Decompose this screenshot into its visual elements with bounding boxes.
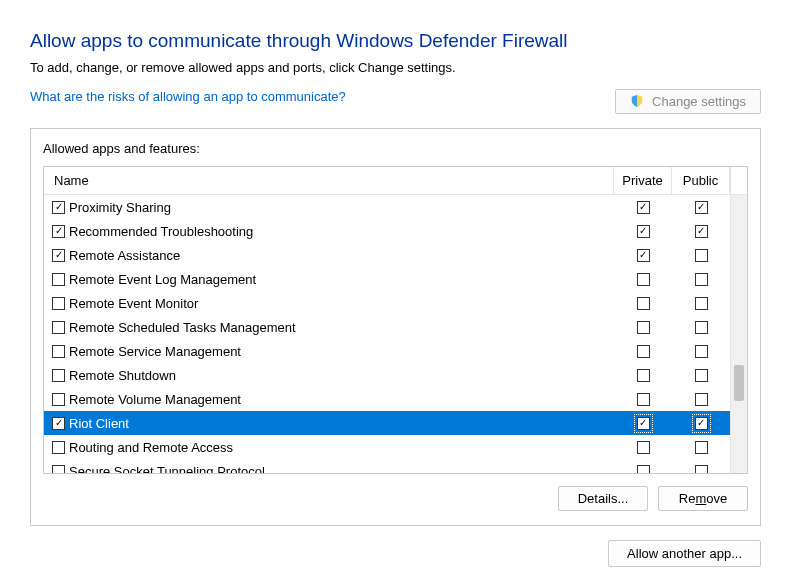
checkbox[interactable] [695,441,708,454]
table-row[interactable]: Remote Scheduled Tasks Management [44,315,730,339]
checkbox[interactable] [695,249,708,262]
scroll-header-spacer [730,167,747,194]
checkbox[interactable] [52,345,65,358]
shield-icon [630,94,644,108]
row-name: Remote Assistance [69,248,180,263]
checkbox[interactable] [695,369,708,382]
table-row[interactable]: Remote Shutdown [44,363,730,387]
row-name: Proximity Sharing [69,200,171,215]
list-body: ✓Proximity Sharing✓✓✓Recommended Trouble… [44,195,730,473]
apps-list[interactable]: Name Private Public ✓Proximity Sharing✓✓… [43,166,748,474]
checkbox[interactable] [637,465,650,474]
checkbox[interactable] [52,273,65,286]
remove-button[interactable]: Remove [658,486,748,511]
row-name: Remote Event Monitor [69,296,198,311]
table-row[interactable]: Remote Service Management [44,339,730,363]
checkbox[interactable] [695,297,708,310]
col-header-private[interactable]: Private [614,167,672,194]
checkbox[interactable] [637,273,650,286]
row-name: Remote Scheduled Tasks Management [69,320,296,335]
table-row[interactable]: ✓Recommended Troubleshooting✓✓ [44,219,730,243]
checkbox[interactable] [637,441,650,454]
checkbox[interactable] [695,321,708,334]
row-name: Remote Event Log Management [69,272,256,287]
allowed-apps-panel: Allowed apps and features: Name Private … [30,128,761,526]
table-row[interactable]: Remote Event Log Management [44,267,730,291]
checkbox[interactable]: ✓ [695,417,708,430]
checkbox[interactable] [695,393,708,406]
checkbox[interactable] [52,297,65,310]
checkbox[interactable]: ✓ [637,249,650,262]
row-name: Secure Socket Tunneling Protocol [69,464,265,474]
checkbox[interactable] [52,465,65,474]
row-name: Recommended Troubleshooting [69,224,253,239]
checkbox[interactable] [52,441,65,454]
page-heading: Allow apps to communicate through Window… [30,30,761,52]
checkbox[interactable] [695,273,708,286]
checkbox[interactable] [52,393,65,406]
change-settings-button: Change settings [615,89,761,114]
scrollbar-thumb[interactable] [734,365,744,401]
checkbox[interactable]: ✓ [52,417,65,430]
page-subtext: To add, change, or remove allowed apps a… [30,60,761,75]
checkbox[interactable]: ✓ [637,225,650,238]
panel-label: Allowed apps and features: [43,141,748,156]
row-name: Remote Service Management [69,344,241,359]
row-name: Routing and Remote Access [69,440,233,455]
table-row[interactable]: ✓Remote Assistance✓ [44,243,730,267]
checkbox[interactable] [52,321,65,334]
row-name: Riot Client [69,416,129,431]
details-button[interactable]: Details... [558,486,648,511]
checkbox[interactable]: ✓ [637,201,650,214]
checkbox[interactable] [637,297,650,310]
checkbox[interactable]: ✓ [52,225,65,238]
table-row[interactable]: Secure Socket Tunneling Protocol [44,459,730,473]
checkbox[interactable] [637,321,650,334]
scrollbar[interactable] [730,195,747,473]
row-name: Remote Volume Management [69,392,241,407]
checkbox[interactable] [695,345,708,358]
table-row[interactable]: ✓Riot Client✓✓ [44,411,730,435]
row-name: Remote Shutdown [69,368,176,383]
checkbox[interactable] [637,345,650,358]
change-settings-label: Change settings [652,94,746,109]
allow-another-app-button[interactable]: Allow another app... [608,540,761,567]
table-row[interactable]: Routing and Remote Access [44,435,730,459]
list-header: Name Private Public [44,167,747,195]
checkbox[interactable]: ✓ [637,417,650,430]
checkbox[interactable]: ✓ [52,249,65,262]
checkbox[interactable] [695,465,708,474]
table-row[interactable]: Remote Event Monitor [44,291,730,315]
checkbox[interactable]: ✓ [695,201,708,214]
checkbox[interactable] [637,369,650,382]
table-row[interactable]: ✓Proximity Sharing✓✓ [44,195,730,219]
checkbox[interactable]: ✓ [695,225,708,238]
table-row[interactable]: Remote Volume Management [44,387,730,411]
checkbox[interactable]: ✓ [52,201,65,214]
checkbox[interactable] [637,393,650,406]
checkbox[interactable] [52,369,65,382]
col-header-name[interactable]: Name [44,167,614,194]
risks-link[interactable]: What are the risks of allowing an app to… [30,89,346,104]
col-header-public[interactable]: Public [672,167,730,194]
